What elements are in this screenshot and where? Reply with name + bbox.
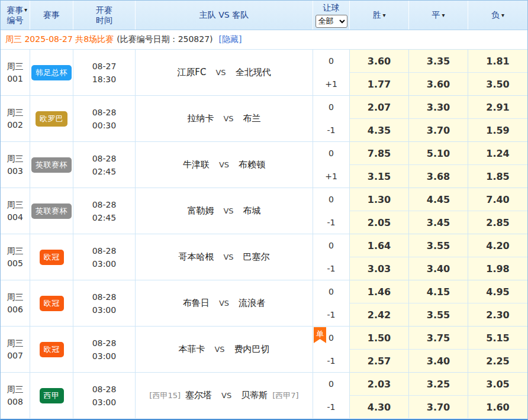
match-day: 周三 [7,291,24,303]
league-badge: 英联赛杯 [31,157,72,173]
vs-label: VS [219,160,229,169]
vs-label: VS [214,345,224,354]
match-start-time: 03:00 [92,396,116,409]
header-teams: 主队 VS 客队 [136,1,313,30]
league-badge: 西甲 [40,388,64,403]
odds-draw-top[interactable]: 3.25 [409,373,468,396]
away-rank-note: [西甲7] [272,390,298,401]
header-draw[interactable]: 平 ▾ [409,1,468,30]
away-team: 布城 [243,205,261,217]
sort-arrow-icon[interactable]: ▾ [24,7,27,13]
match-number: 005 [7,257,23,270]
odds-win-bottom[interactable]: 2.57 [350,350,409,372]
odds-win-top[interactable]: 2.07 [350,96,409,119]
odds-win-top[interactable]: 3.60 [350,50,409,73]
odds-win-bottom[interactable]: 3.03 [350,257,409,280]
odds-win-bottom[interactable]: 2.05 [350,211,409,234]
match-row: 周三 007 欧冠 08-28 03:00 本菲卡 VS 费内巴切 单 0 -1… [1,327,527,373]
match-time: 08-28 03:00 [73,327,136,372]
match-day: 周三 [7,199,24,211]
odds-lose-top[interactable]: 1.81 [468,50,527,73]
handicap-cell: 0 -1 [313,280,350,326]
odds-lose-top[interactable]: 7.40 [468,188,527,211]
odds-lose-top[interactable]: 1.24 [468,142,527,165]
odds-draw-top[interactable]: 4.15 [409,280,468,303]
odds-draw-bottom[interactable]: 3.40 [409,350,468,372]
teams-cell: 本菲卡 VS 费内巴切 [136,327,313,372]
league-cell: 英联赛杯 [30,188,73,234]
odds-lose-top[interactable]: 4.20 [468,234,527,257]
match-row: 周三 002 欧罗巴 08-28 00:30 拉纳卡 VS 布兰 0 -1 2.… [1,96,527,142]
odds-draw-top[interactable]: 3.75 [409,327,468,350]
header-lose-label: 负 [491,10,500,21]
handicap-value-top: 0 [313,50,349,73]
odds-draw-top[interactable]: 3.30 [409,96,468,119]
match-number: 004 [7,211,23,224]
odds-draw-bottom[interactable]: 3.70 [409,119,468,141]
match-day: 周三 [7,153,24,165]
header-win[interactable]: 胜 ▾ [350,1,409,30]
handicap-value-bottom: -1 [313,119,349,142]
header-match-id[interactable]: 赛事编号 ▾ [1,1,30,30]
odds-draw-bottom[interactable]: 3.70 [409,396,468,418]
odds-lose-top[interactable]: 4.95 [468,280,527,303]
odds-lose-bottom[interactable]: 2.85 [468,211,527,234]
handicap-cell: 0 -1 [313,234,350,280]
handicap-value-top: 0 [313,280,349,303]
match-number: 008 [7,396,23,408]
odds-draw-bottom[interactable]: 3.60 [409,73,468,95]
odds-draw-bottom[interactable]: 3.45 [409,211,468,234]
header-start-time-label: 开赛时间 [95,5,114,25]
odds-win-bottom[interactable]: 1.77 [350,73,409,95]
odds-win-bottom[interactable]: 3.15 [350,165,409,188]
away-team: 巴塞尔 [243,251,270,263]
odds-lose-bottom[interactable]: 1.85 [468,165,527,188]
odds-lose-bottom[interactable]: 1.60 [468,396,527,418]
match-row: 周三 008 西甲 08-28 03:00 [西甲15] 塞尔塔 VS 贝蒂斯 … [1,373,527,419]
odds-draw-top[interactable]: 3.55 [409,234,468,257]
match-row: 周三 006 欧冠 08-28 03:00 布鲁日 VS 流浪者 0 -1 1.… [1,280,527,327]
header-lose[interactable]: 负 ▾ [468,1,527,30]
odds-lose-bottom[interactable]: 1.59 [468,119,527,141]
odds-draw-bottom[interactable]: 3.40 [409,257,468,280]
odds-draw-bottom[interactable]: 3.68 [409,165,468,188]
odds-win-top[interactable]: 1.46 [350,280,409,303]
handicap-value-bottom: -1 [313,350,349,373]
odds-draw-top[interactable]: 4.45 [409,188,468,211]
odds-lose-top[interactable]: 5.15 [468,327,527,350]
odds-win-top[interactable]: 7.85 [350,142,409,165]
odds-draw-bottom[interactable]: 3.55 [409,303,468,326]
handicap-value-top: 0 [313,188,349,211]
odds-draw-top[interactable]: 5.10 [409,142,468,165]
odds-lose-top[interactable]: 3.05 [468,373,527,396]
match-start-time: 02:45 [92,211,116,224]
home-team: 塞尔塔 [185,390,212,401]
odds-lose-top[interactable]: 2.91 [468,96,527,119]
odds-lose-bottom[interactable]: 2.25 [468,350,527,372]
match-start-time: 02:45 [92,165,116,178]
odds-win-bottom[interactable]: 4.35 [350,119,409,141]
match-row: 周三 004 英联赛杯 08-28 02:45 富勒姆 VS 布城 0 -1 1… [1,188,527,234]
odds-draw-top[interactable]: 3.35 [409,50,468,73]
sort-arrow-icon[interactable]: ▾ [442,12,445,18]
odds-lose-bottom[interactable]: 2.30 [468,303,527,326]
away-team: 布兰 [243,113,261,124]
home-team: 江原FC [177,67,206,78]
odds-win-top[interactable]: 1.50 [350,327,409,350]
handicap-cell: 0 +1 [313,50,350,95]
handicap-cell: 0 -1 [313,373,350,418]
odds-win-bottom[interactable]: 4.30 [350,396,409,418]
sort-arrow-icon[interactable]: ▾ [382,12,385,18]
odds-win-top[interactable]: 2.03 [350,373,409,396]
odds-lose-bottom[interactable]: 1.98 [468,257,527,280]
hide-link[interactable]: [隐藏] [219,34,242,45]
odds-win-bottom[interactable]: 2.42 [350,303,409,326]
odds-lose-bottom[interactable]: 3.50 [468,73,527,95]
odds-win-top[interactable]: 1.64 [350,234,409,257]
handicap-filter-select[interactable]: 全部 [315,15,347,28]
sort-arrow-icon[interactable]: ▾ [501,12,504,18]
odds-win-top[interactable]: 1.30 [350,188,409,211]
handicap-value-top: 0 [313,234,349,257]
match-id: 周三 003 [1,142,30,188]
header-draw-label: 平 [432,10,440,21]
